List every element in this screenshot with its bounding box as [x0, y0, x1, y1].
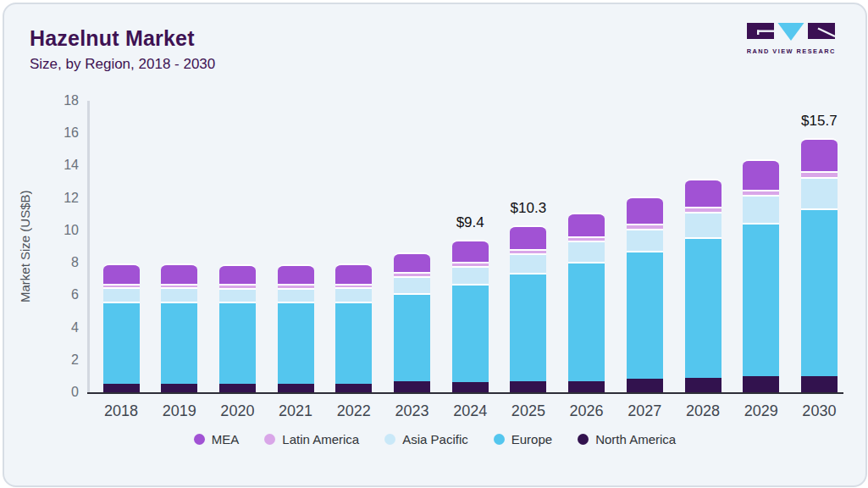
- bar-value-label-2024: $9.4: [456, 214, 484, 231]
- legend-item-north-america: North America: [578, 432, 676, 446]
- bar-segment-north-america-2021: [278, 384, 314, 392]
- bar-segment-asia-pacific-2018: [103, 287, 140, 301]
- bar-segment-europe-2024: [452, 284, 489, 382]
- legend-dot-icon: [578, 434, 589, 445]
- bar-2022: [335, 263, 372, 392]
- bar-value-label-2025: $10.3: [511, 200, 547, 217]
- bar-segment-mea-2028: [685, 179, 721, 207]
- legend-item-latin-america: Latin America: [264, 432, 359, 446]
- x-tick-label-2024: 2024: [453, 402, 487, 420]
- bar-segment-asia-pacific-2022: [335, 287, 372, 302]
- bar-segment-asia-pacific-2027: [627, 229, 663, 251]
- legend-dot-icon: [384, 434, 395, 445]
- x-tick-label-2026: 2026: [570, 402, 604, 420]
- bar-segment-asia-pacific-2023: [394, 276, 430, 293]
- bar-segment-asia-pacific-2028: [685, 212, 721, 237]
- y-tick-label: 0: [45, 384, 79, 401]
- bar-segment-mea-2026: [568, 213, 605, 236]
- title-block: Hazelnut Market Size, by Region, 2018 - …: [30, 26, 215, 73]
- x-tick-label-2030: 2030: [802, 402, 836, 420]
- legend-dot-icon: [194, 434, 205, 445]
- y-tick-label: 2: [45, 352, 79, 369]
- bar-segment-north-america-2019: [161, 384, 197, 392]
- bar-segment-europe-2025: [510, 273, 546, 381]
- legend-item-europe: Europe: [494, 432, 552, 446]
- x-axis-line: [87, 392, 843, 394]
- bar-segment-north-america-2024: [452, 382, 489, 392]
- logo-text: GRAND VIEW RESEARCH: [747, 47, 835, 55]
- x-tick-label-2029: 2029: [744, 402, 778, 420]
- y-tick-label: 6: [45, 286, 79, 303]
- y-axis-title: Market Size (US$B): [15, 101, 34, 392]
- bar-segment-mea-2025: [510, 225, 546, 249]
- bar-segment-latin-america-2030: [801, 171, 838, 177]
- bar-segment-asia-pacific-2020: [219, 288, 256, 302]
- bar-segment-mea-2027: [627, 197, 663, 224]
- chart-card: Hazelnut Market Size, by Region, 2018 - …: [3, 3, 867, 487]
- bar-2018: [103, 263, 140, 392]
- y-tick-label: 10: [45, 222, 79, 239]
- x-tick-label-2025: 2025: [511, 402, 545, 420]
- bar-segment-north-america-2028: [685, 378, 721, 392]
- plot-area: Market Size (US$B) 024681012141618 20182…: [87, 101, 843, 392]
- bar-2030: [801, 138, 838, 392]
- bar-segment-north-america-2022: [335, 384, 372, 392]
- y-axis-ticks: 024681012141618: [45, 101, 79, 392]
- chart-legend: MEALatin AmericaAsia PacificEuropeNorth …: [4, 432, 865, 446]
- bar-segment-north-america-2025: [510, 381, 546, 392]
- legend-label: Latin America: [282, 432, 359, 446]
- bar-segment-europe-2030: [801, 208, 838, 376]
- bar-2024: [452, 240, 489, 392]
- bar-2019: [161, 263, 197, 392]
- x-tick-label-2023: 2023: [395, 402, 428, 420]
- page-title: Hazelnut Market: [30, 26, 215, 51]
- bar-segment-europe-2029: [743, 223, 779, 377]
- bar-segment-north-america-2030: [801, 376, 838, 392]
- bar-2021: [278, 264, 314, 392]
- bar-segment-europe-2027: [627, 251, 663, 379]
- x-tick-label-2020: 2020: [220, 402, 254, 420]
- legend-dot-icon: [494, 434, 505, 445]
- bar-segment-north-america-2020: [219, 384, 256, 392]
- bar-segment-mea-2019: [161, 263, 197, 283]
- bar-segment-europe-2023: [394, 293, 430, 381]
- bar-segment-mea-2030: [801, 138, 838, 171]
- bar-segment-mea-2018: [103, 263, 140, 284]
- legend-label: North America: [595, 432, 676, 446]
- bar-segment-asia-pacific-2019: [161, 287, 197, 301]
- bar-2026: [568, 213, 605, 392]
- bar-segment-mea-2029: [743, 159, 779, 190]
- bar-segment-mea-2022: [335, 263, 372, 283]
- bar-segment-north-america-2026: [568, 381, 605, 392]
- y-tick-label: 14: [45, 157, 79, 174]
- y-tick-label: 4: [45, 319, 79, 336]
- legend-label: Europe: [511, 432, 552, 446]
- bar-segment-europe-2026: [568, 262, 605, 380]
- bar-2020: [219, 264, 256, 392]
- bar-segment-europe-2021: [278, 302, 314, 384]
- y-tick-label: 18: [45, 92, 79, 109]
- bar-segment-north-america-2018: [103, 384, 140, 392]
- y-tick-label: 16: [45, 125, 79, 141]
- bar-segment-asia-pacific-2026: [568, 241, 605, 262]
- bar-segment-north-america-2029: [743, 376, 779, 392]
- bar-segment-mea-2024: [452, 240, 489, 261]
- bar-segment-mea-2023: [394, 252, 430, 272]
- grand-view-research-logo-icon: GRAND VIEW RESEARCH: [747, 23, 835, 58]
- bar-segment-asia-pacific-2024: [452, 266, 489, 284]
- x-tick-label-2027: 2027: [628, 402, 661, 420]
- legend-label: MEA: [212, 432, 240, 446]
- legend-label: Asia Pacific: [402, 432, 468, 446]
- x-tick-label-2018: 2018: [104, 402, 138, 420]
- bar-segment-europe-2019: [161, 302, 197, 385]
- bar-2023: [394, 252, 430, 392]
- y-tick-label: 8: [45, 254, 79, 271]
- bar-2027: [627, 197, 663, 392]
- bar-segment-europe-2028: [685, 237, 721, 378]
- bar-value-label-2030: $15.7: [801, 113, 838, 130]
- x-tick-label-2021: 2021: [279, 402, 312, 420]
- bar-segment-asia-pacific-2029: [743, 195, 779, 223]
- x-tick-label-2019: 2019: [163, 402, 196, 420]
- page-subtitle: Size, by Region, 2018 - 2030: [30, 56, 215, 73]
- legend-item-mea: MEA: [194, 432, 240, 446]
